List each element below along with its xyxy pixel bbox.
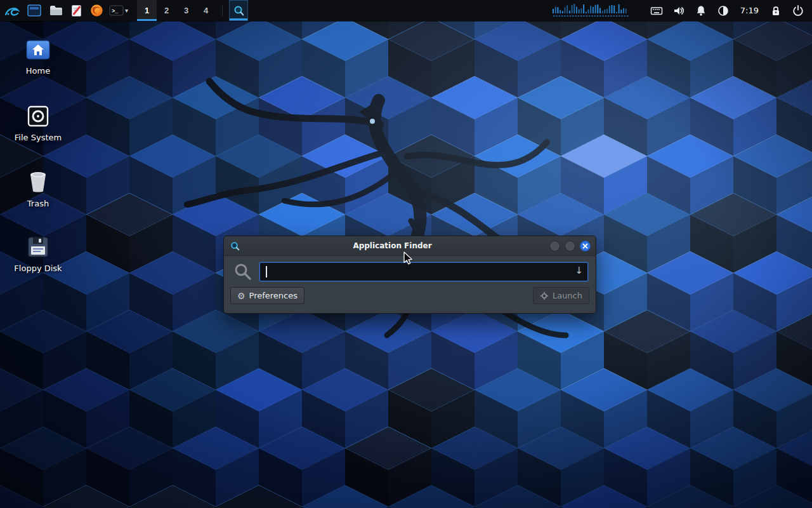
status-indicator[interactable] — [716, 3, 731, 18]
close-button[interactable] — [580, 241, 591, 251]
desktop-icon-trash[interactable]: Trash — [5, 170, 71, 208]
folder-icon — [49, 5, 63, 16]
workspace-number: 3 — [184, 6, 188, 15]
panel-separator — [222, 4, 223, 17]
monitor-graph-icon — [553, 3, 634, 19]
file-system-icon — [27, 105, 49, 127]
notifications[interactable] — [693, 3, 709, 18]
desktop-icon-label: Trash — [27, 199, 49, 208]
keyboard-icon — [650, 4, 664, 18]
speaker-icon — [672, 4, 686, 18]
close-icon — [582, 243, 588, 249]
desktop-icon-label: Floppy Disk — [14, 264, 62, 273]
launch-label: Launch — [553, 291, 582, 300]
workspace-number: 4 — [204, 6, 208, 15]
bell-icon — [694, 4, 708, 18]
application-finder-app-icon — [230, 241, 240, 251]
text-caret — [266, 266, 267, 277]
search-input[interactable] — [260, 263, 587, 281]
desktop-icon-label: File System — [15, 133, 62, 142]
desktop-icon-home[interactable]: Home — [5, 39, 71, 76]
workspace-switcher: 1 2 3 4 — [137, 0, 216, 21]
desktop-icon-floppy-disk[interactable]: Floppy Disk — [5, 236, 71, 273]
system-tray: 7:19 — [643, 0, 812, 21]
preferences-button[interactable]: ⚙ Preferences — [230, 287, 304, 304]
lock-icon — [769, 4, 783, 18]
system-monitor-graph[interactable] — [553, 0, 634, 21]
desktop-icon-file-system[interactable]: File System — [5, 105, 71, 142]
dropdown-arrow-icon[interactable]: ↓ — [575, 265, 583, 276]
application-finder-task-icon — [233, 5, 244, 17]
file-manager-icon — [27, 4, 41, 17]
launch-icon — [540, 291, 549, 300]
workspace-button-1[interactable]: 1 — [137, 0, 157, 21]
floppy-disk-icon — [27, 236, 49, 258]
logout-power[interactable] — [790, 3, 806, 18]
workspace-button-4[interactable]: 4 — [196, 0, 216, 21]
kali-menu-icon — [3, 3, 20, 18]
preferences-label: Preferences — [249, 291, 298, 300]
home-icon — [26, 39, 50, 60]
maximize-button[interactable] — [565, 241, 575, 251]
terminal-launcher[interactable]: >_ ▾ — [107, 0, 131, 21]
status-icon — [716, 4, 730, 18]
button-row: ⚙ Preferences Launch — [224, 281, 596, 304]
screen-lock[interactable] — [768, 3, 783, 18]
power-icon — [791, 4, 805, 18]
file-manager-launcher[interactable] — [23, 0, 46, 21]
clock[interactable]: 7:19 — [738, 6, 761, 15]
workspace-button-3[interactable]: 3 — [176, 0, 196, 21]
taskbar-application-finder-button[interactable] — [229, 0, 248, 21]
launch-button[interactable]: Launch — [533, 287, 589, 304]
terminal-prompt-glyph: >_ — [112, 8, 119, 14]
application-finder-window: Application Finder ↓ ⚙ — [223, 236, 596, 314]
workspace-number: 1 — [145, 6, 149, 15]
keyboard-indicator[interactable] — [649, 3, 664, 18]
desktop: Home File System Trash Floppy Disk — [0, 0, 812, 508]
search-icon — [234, 263, 252, 281]
trash-icon — [27, 170, 49, 193]
desktop-icon-label: Home — [26, 66, 50, 76]
applications-menu-button[interactable] — [0, 0, 23, 21]
firefox-launcher[interactable] — [86, 0, 107, 21]
text-editor-launcher[interactable] — [66, 0, 86, 21]
minimize-button[interactable] — [549, 241, 560, 251]
firefox-icon — [90, 4, 103, 17]
mouse-cursor — [403, 251, 416, 267]
gear-icon: ⚙ — [237, 291, 246, 300]
top-panel: >_ ▾ 1 2 3 4 — [0, 0, 812, 21]
chevron-down-icon[interactable]: ▾ — [125, 7, 128, 14]
volume-control[interactable] — [671, 3, 686, 18]
window-title: Application Finder — [240, 241, 545, 250]
search-field[interactable]: ↓ — [259, 262, 588, 281]
workspace-button-2[interactable]: 2 — [157, 0, 176, 21]
text-editor-icon — [71, 4, 82, 17]
folder-launcher[interactable] — [46, 0, 66, 21]
workspace-number: 2 — [164, 6, 169, 15]
terminal-icon: >_ — [109, 5, 124, 16]
